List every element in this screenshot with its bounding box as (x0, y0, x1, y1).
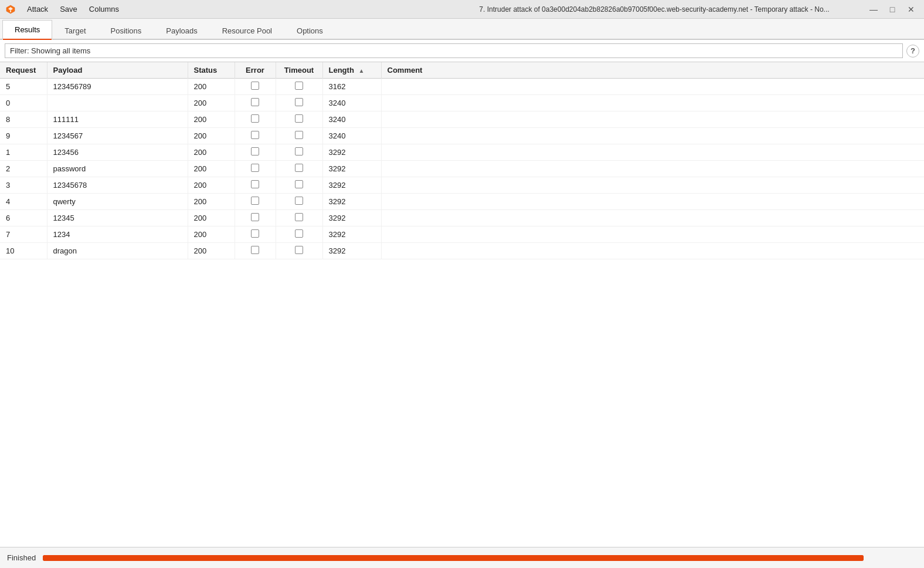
timeout-checkbox (295, 98, 303, 106)
cell-status: 200 (188, 111, 235, 128)
filter-bar: ? (0, 40, 924, 62)
timeout-checkbox (295, 180, 303, 188)
cell-request: 1 (0, 144, 47, 161)
cell-timeout (276, 177, 322, 194)
cell-status: 200 (188, 95, 235, 111)
tab-results[interactable]: Results (2, 20, 52, 40)
filter-input[interactable] (5, 43, 903, 58)
cell-error (235, 226, 276, 243)
window-title: 7. Intruder attack of 0a3e00d204ab2b8282… (443, 5, 865, 13)
cell-length: 3292 (322, 243, 381, 259)
table-row[interactable]: 51234567892003162 (0, 79, 924, 95)
cell-payload: qwerty (47, 194, 188, 210)
cell-status: 200 (188, 177, 235, 194)
cell-timeout (276, 111, 322, 128)
col-header-status[interactable]: Status (188, 62, 235, 79)
table-row[interactable]: 3123456782003292 (0, 177, 924, 194)
col-header-length[interactable]: Length ▲ (322, 62, 381, 79)
progress-bar-background (43, 555, 864, 561)
col-header-comment[interactable]: Comment (381, 62, 924, 79)
cell-timeout (276, 95, 322, 111)
cell-comment (381, 128, 924, 144)
cell-error (235, 79, 276, 95)
cell-length: 3292 (322, 144, 381, 161)
menu-attack[interactable]: Attack (21, 2, 54, 16)
tab-options[interactable]: Options (284, 21, 335, 40)
menu-columns[interactable]: Columns (83, 2, 125, 16)
close-button[interactable]: ✕ (903, 3, 919, 16)
cell-comment (381, 95, 924, 111)
col-header-request[interactable]: Request (0, 62, 47, 79)
tab-resource-pool[interactable]: Resource Pool (210, 21, 284, 40)
cell-comment (381, 111, 924, 128)
table-row[interactable]: 912345672003240 (0, 128, 924, 144)
cell-comment (381, 161, 924, 177)
cell-status: 200 (188, 144, 235, 161)
timeout-checkbox (295, 164, 303, 172)
col-header-error[interactable]: Error (235, 62, 276, 79)
cell-payload: 123456789 (47, 79, 188, 95)
minimize-button[interactable]: — (865, 3, 882, 16)
cell-status: 200 (188, 128, 235, 144)
filter-help-button[interactable]: ? (906, 45, 919, 58)
error-checkbox (251, 131, 259, 139)
menu-save[interactable]: Save (54, 2, 83, 16)
cell-length: 3162 (322, 79, 381, 95)
tab-target[interactable]: Target (52, 21, 98, 40)
cell-payload: 12345 (47, 210, 188, 226)
app-icon (5, 4, 16, 15)
col-header-payload[interactable]: Payload (47, 62, 188, 79)
cell-timeout (276, 194, 322, 210)
cell-payload: dragon (47, 243, 188, 259)
cell-request: 0 (0, 95, 47, 111)
cell-request: 3 (0, 177, 47, 194)
maximize-button[interactable]: □ (884, 3, 901, 16)
table-row[interactable]: 11234562003292 (0, 144, 924, 161)
cell-length: 3292 (322, 161, 381, 177)
table-row[interactable]: 6123452003292 (0, 210, 924, 226)
table-row[interactable]: 2password2003292 (0, 161, 924, 177)
cell-timeout (276, 210, 322, 226)
table-row[interactable]: 4qwerty2003292 (0, 194, 924, 210)
timeout-checkbox (295, 229, 303, 238)
table-row[interactable]: 10dragon2003292 (0, 243, 924, 259)
table-row[interactable]: 712342003292 (0, 226, 924, 243)
cell-error (235, 161, 276, 177)
cell-error (235, 95, 276, 111)
cell-comment (381, 177, 924, 194)
cell-timeout (276, 79, 322, 95)
cell-status: 200 (188, 243, 235, 259)
results-table-container: Request Payload Status Error Timeout (0, 62, 924, 547)
timeout-checkbox (295, 147, 303, 155)
error-checkbox (251, 147, 259, 155)
cell-length: 3240 (322, 111, 381, 128)
titlebar: Attack Save Columns 7. Intruder attack o… (0, 0, 924, 19)
tab-payloads[interactable]: Payloads (154, 21, 209, 40)
cell-error (235, 111, 276, 128)
cell-status: 200 (188, 210, 235, 226)
timeout-checkbox (295, 114, 303, 123)
timeout-checkbox (295, 197, 303, 205)
table-header-row: Request Payload Status Error Timeout (0, 62, 924, 79)
cell-request: 5 (0, 79, 47, 95)
timeout-checkbox (295, 246, 303, 254)
main-content: ? Request Payload Status Error (0, 40, 924, 547)
cell-length: 3240 (322, 128, 381, 144)
error-checkbox (251, 164, 259, 172)
timeout-checkbox (295, 213, 303, 221)
error-checkbox (251, 213, 259, 221)
error-checkbox (251, 114, 259, 123)
tab-positions[interactable]: Positions (98, 21, 154, 40)
cell-status: 200 (188, 79, 235, 95)
col-header-timeout[interactable]: Timeout (276, 62, 322, 79)
cell-comment (381, 226, 924, 243)
window-controls: — □ ✕ (865, 3, 919, 16)
cell-length: 3292 (322, 226, 381, 243)
cell-error (235, 243, 276, 259)
error-checkbox (251, 229, 259, 238)
table-row[interactable]: 81111112003240 (0, 111, 924, 128)
cell-error (235, 144, 276, 161)
cell-status: 200 (188, 161, 235, 177)
cell-payload: 111111 (47, 111, 188, 128)
table-row[interactable]: 02003240 (0, 95, 924, 111)
